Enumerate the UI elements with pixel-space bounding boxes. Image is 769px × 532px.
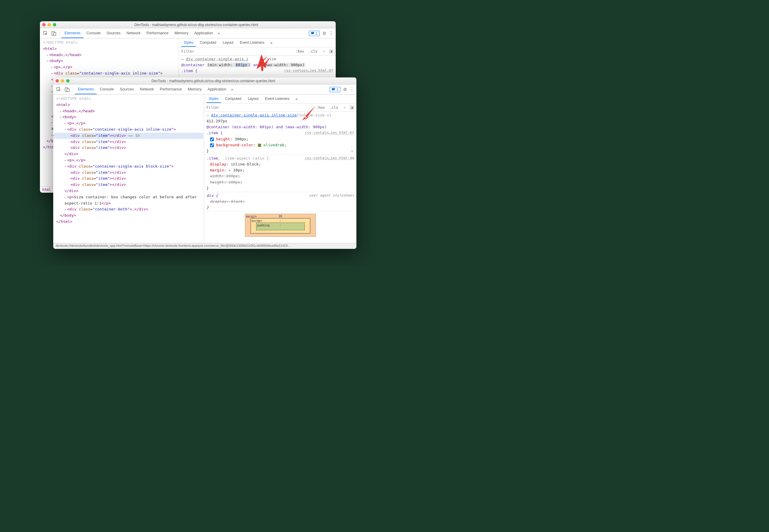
container-link[interactable]: div.container-single-axis.inline-size bbox=[211, 113, 297, 117]
inspect-icon[interactable] bbox=[42, 30, 49, 37]
menu-icon[interactable]: ⋮ bbox=[349, 87, 354, 92]
container-link[interactable]: div.container-single-axis.i bbox=[186, 57, 248, 61]
subtabs-overflow-icon[interactable]: » bbox=[294, 97, 299, 101]
tab-memory[interactable]: Memory bbox=[171, 28, 191, 38]
cls-button[interactable]: .cls bbox=[307, 49, 318, 53]
devtools-window-front: DevTools - mathiasbynens.github.io/css-d… bbox=[53, 77, 356, 249]
container-rule: @container bbox=[181, 63, 204, 67]
maximize-icon[interactable] bbox=[53, 23, 56, 26]
overridden-property[interactable]: width: 200px; bbox=[210, 174, 240, 178]
window-title: DevTools - mathiasbynens.github.io/css-d… bbox=[72, 79, 354, 83]
source-link[interactable]: css-contain…ies.html:44 bbox=[305, 155, 354, 161]
disclosure-triangle-icon[interactable] bbox=[64, 158, 67, 162]
window-title: DevTools - mathiasbynens.github.io/css-d… bbox=[59, 23, 333, 27]
menu-icon[interactable]: ⋮ bbox=[328, 30, 334, 36]
disclosure-triangle-icon[interactable] bbox=[60, 109, 62, 113]
tab-application[interactable]: Application bbox=[205, 85, 229, 94]
disclosure-triangle-icon[interactable] bbox=[46, 59, 49, 63]
disclosure-triangle-icon[interactable] bbox=[51, 71, 54, 75]
main-tabs: Elements Console Sources Network Perform… bbox=[75, 85, 329, 94]
subtab-event-listeners[interactable]: Event Listeners bbox=[263, 95, 292, 103]
disclosure-triangle-icon[interactable] bbox=[64, 121, 67, 125]
overridden-property: display: block; bbox=[210, 199, 244, 204]
settings-icon[interactable]: ⚙ bbox=[341, 87, 348, 92]
device-icon[interactable] bbox=[63, 86, 71, 93]
property-toggle[interactable] bbox=[210, 143, 214, 147]
disclosure-triangle-icon[interactable] bbox=[51, 65, 54, 69]
selected-node[interactable]: ⋯<div class="item"></div> == $0 bbox=[54, 133, 203, 139]
sidebar-toggle-icon[interactable]: ◨ bbox=[329, 49, 333, 53]
add-property-icon[interactable]: ＋ bbox=[350, 148, 354, 154]
subtab-layout[interactable]: Layout bbox=[220, 39, 236, 47]
tab-network[interactable]: Network bbox=[137, 85, 157, 94]
minimize-icon[interactable] bbox=[48, 23, 51, 26]
sidebar-toggle-icon[interactable]: ◨ bbox=[350, 106, 354, 110]
disclosure-triangle-icon[interactable] bbox=[64, 195, 67, 199]
styles-list[interactable]: → div.container-single-axis.inline-size(… bbox=[204, 112, 356, 243]
styles-tabs: Styles Computed Layout Event Listeners » bbox=[204, 95, 356, 103]
subtab-styles[interactable]: Styles bbox=[181, 39, 196, 47]
disclosure-triangle-icon[interactable] bbox=[64, 164, 67, 168]
issues-badge[interactable]: 1 bbox=[309, 31, 320, 36]
close-icon[interactable] bbox=[42, 23, 46, 26]
filter-input[interactable] bbox=[181, 49, 292, 53]
tabs-overflow-icon[interactable]: » bbox=[216, 31, 221, 35]
tab-sources[interactable]: Sources bbox=[103, 28, 124, 38]
styles-pane: Styles Computed Layout Event Listeners »… bbox=[204, 95, 356, 243]
main-toolbar: Elements Console Sources Network Perform… bbox=[40, 28, 336, 38]
new-rule-icon[interactable]: ＋ bbox=[321, 49, 327, 54]
device-icon[interactable] bbox=[50, 30, 58, 37]
close-icon[interactable] bbox=[56, 79, 59, 82]
color-swatch-icon[interactable] bbox=[258, 144, 261, 147]
tab-sources[interactable]: Sources bbox=[117, 85, 137, 94]
subtab-event-listeners[interactable]: Event Listeners bbox=[237, 39, 267, 47]
tab-elements[interactable]: Elements bbox=[75, 85, 97, 94]
source-link[interactable]: css-contain…ies.html:67 bbox=[284, 68, 333, 74]
source-link[interactable]: css-contain…ies.html:67 bbox=[305, 130, 354, 136]
tabs-overflow-icon[interactable]: » bbox=[229, 87, 235, 92]
message-icon bbox=[331, 88, 335, 91]
tab-elements[interactable]: Elements bbox=[61, 28, 83, 38]
subtab-styles[interactable]: Styles bbox=[206, 95, 221, 103]
cls-button[interactable]: .cls bbox=[328, 106, 339, 110]
settings-icon[interactable]: ⚙ bbox=[321, 31, 327, 36]
property-toggle[interactable] bbox=[210, 137, 214, 141]
tab-performance[interactable]: Performance bbox=[157, 85, 184, 94]
subtab-layout[interactable]: Layout bbox=[245, 95, 261, 103]
tab-application[interactable]: Application bbox=[191, 28, 216, 38]
disclosure-triangle-icon[interactable] bbox=[46, 53, 49, 57]
traffic-lights[interactable] bbox=[42, 23, 56, 26]
issues-badge[interactable]: 1 bbox=[329, 87, 340, 92]
subtabs-overflow-icon[interactable]: » bbox=[268, 40, 274, 45]
subtab-computed[interactable]: Computed bbox=[223, 95, 244, 103]
annotation-arrow-icon bbox=[300, 104, 318, 122]
traffic-lights[interactable] bbox=[56, 79, 69, 82]
maximize-icon[interactable] bbox=[66, 79, 69, 82]
filter-input[interactable] bbox=[206, 106, 312, 110]
message-icon bbox=[311, 32, 314, 35]
inspect-icon[interactable] bbox=[55, 86, 63, 93]
svg-rect-2 bbox=[54, 33, 56, 35]
user-agent-label: user agent stylesheet bbox=[309, 193, 354, 198]
box-model[interactable]: margin 10 border - padding - bbox=[204, 211, 356, 239]
hov-button[interactable]: :hov bbox=[294, 49, 305, 53]
overridden-property[interactable]: height: 200px; bbox=[210, 180, 242, 184]
tab-memory[interactable]: Memory bbox=[185, 85, 205, 94]
tab-network[interactable]: Network bbox=[124, 28, 144, 38]
disclosure-triangle-icon[interactable] bbox=[64, 207, 67, 211]
issues-count: 1 bbox=[336, 87, 338, 92]
minimize-icon[interactable] bbox=[61, 79, 64, 82]
titlebar: DevTools - mathiasbynens.github.io/css-d… bbox=[40, 21, 336, 28]
new-rule-icon[interactable]: ＋ bbox=[341, 105, 347, 110]
disclosure-triangle-icon[interactable] bbox=[60, 115, 62, 119]
styles-tabs: Styles Computed Layout Event Listeners » bbox=[179, 38, 336, 47]
tab-console[interactable]: Console bbox=[83, 28, 103, 38]
disclosure-triangle-icon[interactable] bbox=[64, 127, 67, 132]
tab-performance[interactable]: Performance bbox=[143, 28, 171, 38]
tab-console[interactable]: Console bbox=[97, 85, 117, 94]
filter-bar: :hov .cls ＋ ◨ bbox=[204, 103, 356, 112]
dom-tree[interactable]: <!DOCTYPE html> <html> <head>…</head> <b… bbox=[53, 95, 204, 243]
dom-doctype: <!DOCTYPE html> bbox=[43, 40, 77, 45]
crumb-html[interactable]: html bbox=[42, 188, 51, 192]
subtab-computed[interactable]: Computed bbox=[197, 39, 218, 47]
